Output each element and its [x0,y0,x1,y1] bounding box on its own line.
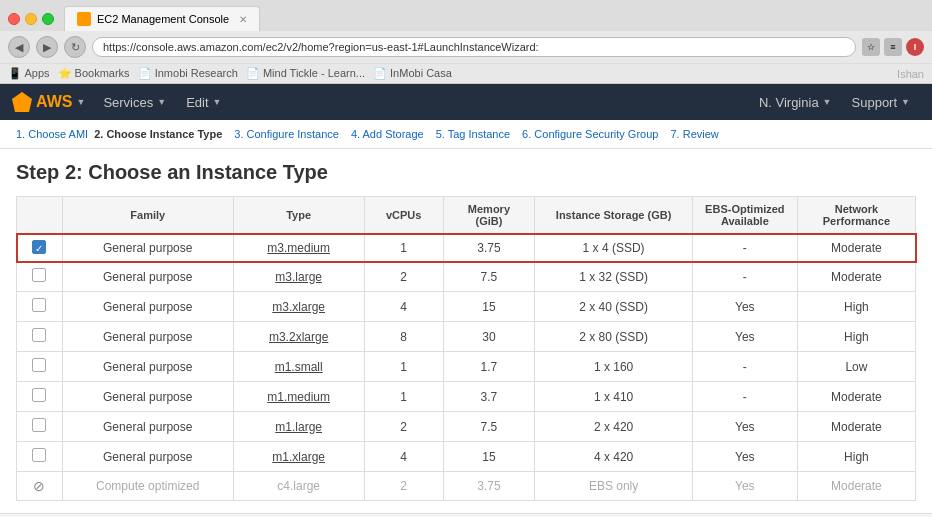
breadcrumb-step4[interactable]: 4. Add Storage [351,128,424,140]
back-button[interactable]: ◀ [8,36,30,58]
row-checkbox[interactable]: ✓ [32,240,46,254]
table-row[interactable]: General purposem1.xlarge4154 x 420YesHig… [17,442,916,472]
breadcrumb-step5[interactable]: 5. Tag Instance [436,128,510,140]
bookmark-inmobi-research[interactable]: 📄 Inmobi Research [138,67,238,80]
row-ebs: Yes [692,472,797,501]
window-close-dot[interactable] [8,13,20,25]
refresh-button[interactable]: ↻ [64,36,86,58]
row-checkbox-cell [17,262,63,292]
row-checkbox[interactable] [32,448,46,462]
aws-navbar: AWS ▼ Services ▼ Edit ▼ N. Virginia ▼ Su… [0,84,932,120]
browser-tab[interactable]: EC2 Management Console ✕ [64,6,260,31]
bookmark-inmobicasa[interactable]: 📄 InMobi Casa [373,67,452,80]
browser-menu-icon[interactable]: ≡ [884,38,902,56]
tab-favicon [77,12,91,26]
row-vcpu: 2 [364,262,443,292]
address-bar[interactable]: https://console.aws.amazon.com/ec2/v2/ho… [92,37,856,57]
row-type: m3.2xlarge [233,322,364,352]
row-network: Low [797,352,915,382]
row-network: Moderate [797,472,915,501]
bookmark-mindtickle[interactable]: 📄 Mind Tickle - Learn... [246,67,365,80]
col-header-type: Type [233,197,364,234]
row-checkbox[interactable] [32,328,46,342]
edit-nav-item[interactable]: Edit ▼ [176,84,231,120]
services-arrow-icon: ▼ [157,97,166,107]
forward-button[interactable]: ▶ [36,36,58,58]
row-vcpu: 2 [364,412,443,442]
row-storage: 2 x 40 (SSD) [535,292,692,322]
row-checkbox-cell [17,412,63,442]
row-network: Moderate [797,234,915,262]
user-avatar[interactable]: I [906,38,924,56]
table-row[interactable]: ⊘Compute optimizedc4.large23.75EBS onlyY… [17,472,916,501]
breadcrumb-step3[interactable]: 3. Configure Instance [234,128,339,140]
row-type: m1.xlarge [233,442,364,472]
row-checkbox-cell: ✓ [17,234,63,262]
row-network: Moderate [797,382,915,412]
region-nav-item[interactable]: N. Virginia ▼ [749,84,842,120]
row-memory: 3.7 [443,382,535,412]
row-memory: 7.5 [443,262,535,292]
support-nav-item[interactable]: Support ▼ [842,84,920,120]
row-storage: 1 x 160 [535,352,692,382]
row-family: General purpose [62,292,233,322]
row-family: General purpose [62,352,233,382]
region-arrow-icon: ▼ [823,97,832,107]
row-checkbox[interactable] [32,298,46,312]
row-ebs: Yes [692,292,797,322]
row-network: High [797,442,915,472]
bookmark-apps[interactable]: 📱 Apps [8,67,50,80]
row-memory: 7.5 [443,412,535,442]
aws-logo[interactable]: AWS ▼ [12,92,85,112]
main-content: Step 2: Choose an Instance Type Family T… [0,149,932,513]
table-row[interactable]: General purposem1.large27.52 x 420YesMod… [17,412,916,442]
row-checkbox[interactable] [32,418,46,432]
bookmark-bookmarks[interactable]: ⭐ Bookmarks [58,67,130,80]
table-row[interactable]: General purposem1.small11.71 x 160-Low [17,352,916,382]
row-network: High [797,322,915,352]
col-header-memory: Memory (GiB) [443,197,535,234]
row-memory: 3.75 [443,234,535,262]
row-vcpu: 4 [364,292,443,322]
row-ebs: - [692,234,797,262]
services-nav-item[interactable]: Services ▼ [93,84,176,120]
breadcrumb-step1[interactable]: 1. Choose AMI [16,128,88,140]
row-family: General purpose [62,442,233,472]
table-row[interactable]: General purposem3.xlarge4152 x 40 (SSD)Y… [17,292,916,322]
row-type: m3.medium [233,234,364,262]
row-checkbox[interactable] [32,358,46,372]
window-minimize-dot[interactable] [25,13,37,25]
row-storage: 1 x 410 [535,382,692,412]
breadcrumb-step2: 2. Choose Instance Type [94,128,222,140]
row-vcpu: 1 [364,352,443,382]
window-maximize-dot[interactable] [42,13,54,25]
row-memory: 1.7 [443,352,535,382]
edit-arrow-icon: ▼ [213,97,222,107]
disabled-icon: ⊘ [33,478,45,494]
tab-title: EC2 Management Console [97,13,229,25]
row-ebs: - [692,262,797,292]
support-arrow-icon: ▼ [901,97,910,107]
aws-logo-arrow: ▼ [76,97,85,107]
row-vcpu: 1 [364,382,443,412]
table-row[interactable]: General purposem1.medium13.71 x 410-Mode… [17,382,916,412]
tab-close-button[interactable]: ✕ [239,14,247,25]
breadcrumb: 1. Choose AMI 2. Choose Instance Type 3.… [0,120,932,149]
row-type: m1.large [233,412,364,442]
table-row[interactable]: General purposem3.large27.51 x 32 (SSD)-… [17,262,916,292]
table-row[interactable]: ✓General purposem3.medium13.751 x 4 (SSD… [17,234,916,262]
row-checkbox-cell [17,352,63,382]
bookmark-star-icon[interactable]: ☆ [862,38,880,56]
row-checkbox[interactable] [32,268,46,282]
row-type: c4.large [233,472,364,501]
row-type: m3.xlarge [233,292,364,322]
row-checkbox-cell [17,292,63,322]
row-checkbox[interactable] [32,388,46,402]
table-row[interactable]: General purposem3.2xlarge8302 x 80 (SSD)… [17,322,916,352]
breadcrumb-step6[interactable]: 6. Configure Security Group [522,128,658,140]
row-network: High [797,292,915,322]
row-storage: 1 x 32 (SSD) [535,262,692,292]
row-family: General purpose [62,412,233,442]
breadcrumb-step7[interactable]: 7. Review [670,128,718,140]
row-type: m3.large [233,262,364,292]
